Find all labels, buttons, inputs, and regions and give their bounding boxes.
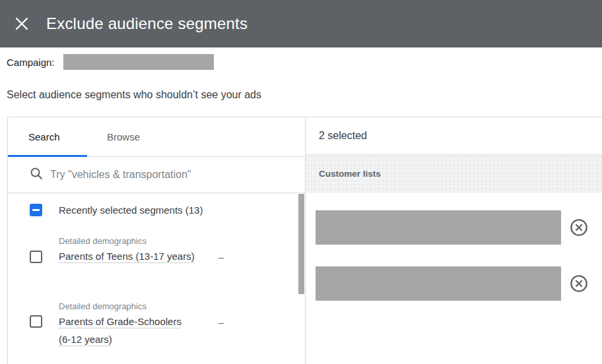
close-button[interactable] xyxy=(9,11,35,37)
selected-count-header: 2 selected xyxy=(306,117,602,155)
segment-name: Parents of Grade-Schoolers (6-12 years) xyxy=(59,313,195,348)
selected-item xyxy=(306,210,602,245)
dialog-header: Exclude audience segments xyxy=(0,0,602,47)
scrollbar-thumb[interactable] xyxy=(298,194,304,294)
selected-segments-panel: 2 selected Customer lists xyxy=(306,117,602,364)
checkbox-parents-of-grade-schoolers[interactable] xyxy=(30,315,42,328)
tab-search[interactable]: Search xyxy=(28,117,60,156)
campaign-label: Campaign: xyxy=(7,57,55,68)
instruction-text: Select audience segments who shouldn’t s… xyxy=(7,89,261,101)
segment-category: Detailed demographics xyxy=(59,301,147,311)
selected-count: 2 selected xyxy=(319,130,367,142)
segment-category: Detailed demographics xyxy=(59,236,147,246)
remove-circle-icon xyxy=(570,274,588,293)
remove-selected-button[interactable] xyxy=(569,218,589,237)
group-label: Recently selected segments (13) xyxy=(59,204,203,216)
search-icon xyxy=(30,167,43,180)
campaign-value-redacted xyxy=(63,54,214,70)
section-title: Customer lists xyxy=(319,169,381,179)
segment-name: Parents of Teens (13-17 years) xyxy=(59,247,195,265)
selected-item xyxy=(306,266,602,301)
search-input[interactable] xyxy=(50,157,294,193)
selected-item-redacted xyxy=(316,210,561,245)
remove-circle-icon xyxy=(570,218,588,237)
remove-selected-button[interactable] xyxy=(569,274,589,293)
tab-browse[interactable]: Browse xyxy=(107,117,140,156)
section-header-customer-lists: Customer lists xyxy=(306,155,602,193)
selected-item-redacted xyxy=(316,266,561,301)
segment-picker: Search Browse Recently selected segments… xyxy=(7,117,602,364)
segment-value: – xyxy=(218,317,224,328)
checkbox-parents-of-teens[interactable] xyxy=(30,251,42,263)
close-icon xyxy=(15,16,29,31)
checkbox-recently-selected-indeterminate[interactable] xyxy=(30,204,42,216)
campaign-row: Campaign: xyxy=(7,54,214,70)
segment-value: – xyxy=(218,251,224,262)
search-row xyxy=(8,157,305,193)
segment-browser-panel: Search Browse Recently selected segments… xyxy=(7,117,306,364)
dialog-title: Exclude audience segments xyxy=(46,15,248,33)
tab-bar: Search Browse xyxy=(8,117,305,157)
